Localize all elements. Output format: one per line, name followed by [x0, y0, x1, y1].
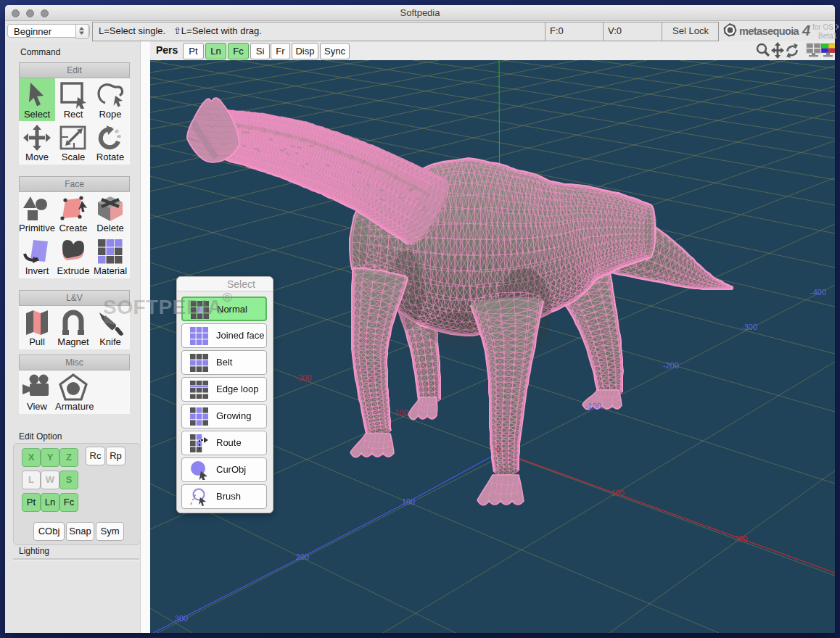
svg-text:100: 100 — [612, 489, 625, 497]
svg-text:-100: -100 — [585, 402, 601, 410]
svg-text:200: 200 — [735, 534, 748, 543]
svg-text:-300: -300 — [741, 323, 757, 331]
svg-text:Beta1: Beta1 — [818, 32, 838, 40]
svg-text:100: 100 — [402, 497, 415, 506]
svg-text:-400: -400 — [810, 288, 826, 297]
svg-text:-200: -200 — [296, 373, 312, 382]
svg-text:4: 4 — [802, 22, 810, 38]
svg-text:-100: -100 — [392, 408, 408, 417]
svg-text:for OS X: for OS X — [812, 23, 839, 31]
svg-text:200: 200 — [296, 552, 309, 561]
svg-text:300: 300 — [175, 614, 188, 623]
svg-text:-200: -200 — [663, 361, 679, 370]
svg-text:metasequoia: metasequoia — [739, 25, 800, 37]
svg-text:0: 0 — [496, 445, 501, 454]
